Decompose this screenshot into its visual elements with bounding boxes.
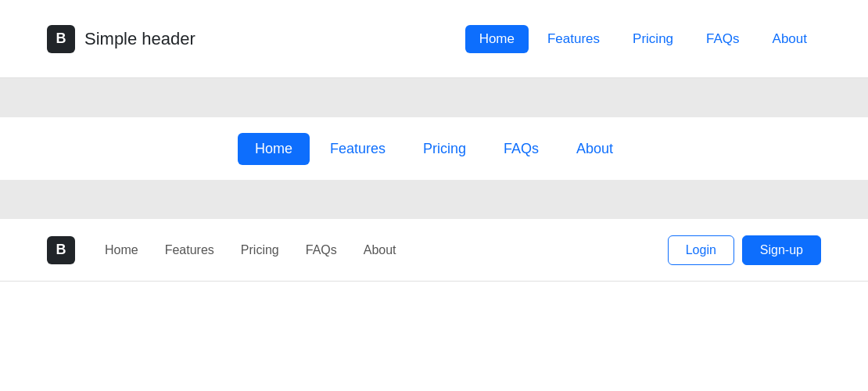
- nav3-pricing[interactable]: Pricing: [230, 237, 290, 264]
- nav2-pricing[interactable]: Pricing: [406, 133, 483, 165]
- nav1-home[interactable]: Home: [465, 25, 529, 53]
- nav1-about[interactable]: About: [759, 25, 821, 53]
- nav3-features[interactable]: Features: [154, 237, 225, 264]
- nav3: Home Features Pricing FAQs About: [94, 237, 407, 264]
- nav2-home[interactable]: Home: [238, 133, 310, 165]
- nav2-features[interactable]: Features: [313, 133, 403, 165]
- brand-icon: B: [47, 25, 75, 53]
- nav3-about[interactable]: About: [353, 237, 407, 264]
- gray-bar-1: [0, 78, 868, 117]
- nav1-pricing[interactable]: Pricing: [619, 25, 687, 53]
- nav1: Home Features Pricing FAQs About: [465, 25, 821, 53]
- nav1-faqs[interactable]: FAQs: [692, 25, 754, 53]
- brand-title: Simple header: [84, 29, 195, 49]
- brand3-icon: B: [47, 236, 75, 264]
- nav2: Home Features Pricing FAQs About: [238, 133, 630, 165]
- nav3-faqs[interactable]: FAQs: [295, 237, 348, 264]
- nav2-faqs[interactable]: FAQs: [486, 133, 556, 165]
- header3-actions: Login Sign-up: [668, 235, 821, 265]
- gray-bar-2: [0, 180, 868, 219]
- login-button[interactable]: Login: [668, 235, 734, 265]
- nav3-home[interactable]: Home: [94, 237, 149, 264]
- header1: B Simple header Home Features Pricing FA…: [0, 0, 868, 78]
- nav1-features[interactable]: Features: [533, 25, 614, 53]
- nav2-about[interactable]: About: [559, 133, 630, 165]
- header2: Home Features Pricing FAQs About: [0, 117, 868, 180]
- header3: B Home Features Pricing FAQs About Login…: [0, 219, 868, 282]
- signup-button[interactable]: Sign-up: [742, 235, 821, 265]
- brand: B Simple header: [47, 25, 195, 53]
